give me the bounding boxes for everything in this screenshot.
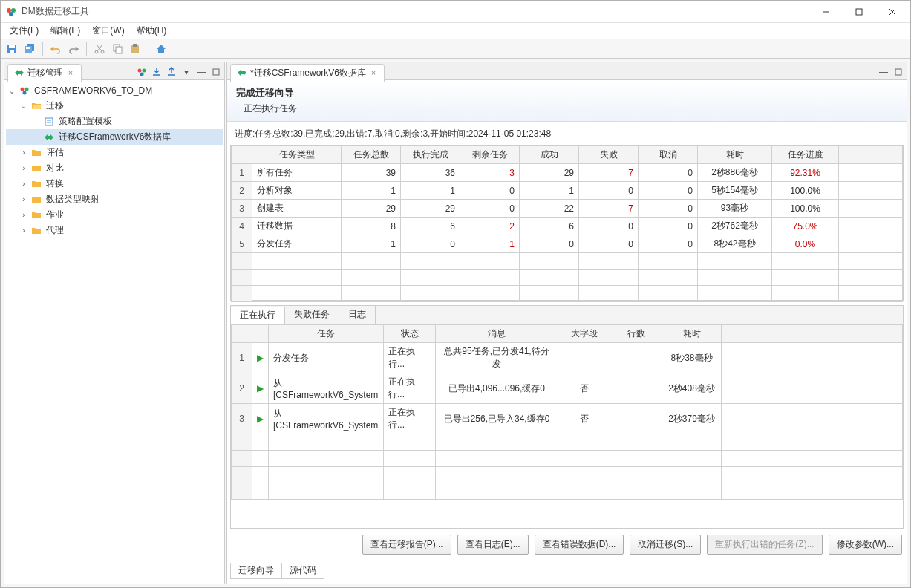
svg-point-25: [21, 88, 25, 91]
table-row[interactable]: 2▶从[CSFrameworkV6_System正在执行...已导出4,096.…: [232, 373, 903, 404]
cancel-migration-button[interactable]: 取消迁移(S)...: [630, 535, 701, 555]
menu-file[interactable]: 文件(F): [4, 23, 45, 39]
tree-node-migrate-db[interactable]: 迁移CSFrameworkV6数据库: [6, 129, 223, 145]
cell-total: 29: [342, 200, 401, 218]
expand-icon[interactable]: ›: [19, 180, 28, 189]
undo-button[interactable]: [48, 41, 64, 57]
sidebar-tab-migration-mgmt[interactable]: 迁移管理 ×: [7, 64, 82, 82]
collapse-icon[interactable]: ⌄: [19, 102, 28, 111]
close-icon[interactable]: ×: [369, 68, 378, 77]
cell-success: 22: [520, 200, 579, 218]
tab-running[interactable]: 正在执行: [231, 307, 285, 324]
table-row[interactable]: 1所有任务3936329702秒886毫秒92.31%: [232, 164, 903, 182]
folder-icon: [30, 178, 42, 190]
table-row[interactable]: 4迁移数据8626002秒762毫秒75.0%: [232, 218, 903, 235]
tree-node-root[interactable]: ⌄ CSFRAMEWORKV6_TO_DM: [6, 83, 223, 98]
cell-success: 6: [520, 218, 579, 235]
tab-failed[interactable]: 失败任务: [285, 306, 339, 324]
close-button[interactable]: [875, 1, 909, 22]
cell-rows: [610, 404, 662, 434]
view-report-button[interactable]: 查看迁移报告(P)...: [362, 535, 451, 555]
cluster-icon[interactable]: [135, 65, 148, 79]
collapse-icon[interactable]: ⌄: [7, 86, 16, 95]
minimize-button[interactable]: [809, 1, 842, 22]
paste-button[interactable]: [127, 41, 143, 57]
save-button[interactable]: [4, 41, 20, 57]
editor-tab-label: *迁移CSFrameworkV6数据库: [250, 67, 366, 79]
cell-fail: 0: [579, 218, 639, 235]
cut-button[interactable]: [91, 41, 108, 57]
save-all-button[interactable]: [22, 41, 38, 57]
menu-window[interactable]: 窗口(W): [86, 23, 130, 39]
table-header-row: 任务类型 任务总数 执行完成 剩余任务 成功 失败 取消 耗时 任务进度: [232, 146, 903, 164]
close-icon[interactable]: ×: [66, 68, 75, 77]
editor-tab-migrate-db[interactable]: *迁移CSFrameworkV6数据库 ×: [230, 64, 385, 82]
cell-task: 从[CSFrameworkV6_System: [269, 373, 384, 404]
table-row[interactable]: 2分析对象1101005秒154毫秒100.0%: [232, 182, 903, 200]
minimize-panel-icon[interactable]: ―: [877, 65, 890, 79]
app-title: DM数据迁移工具: [22, 5, 89, 18]
tree-node-type-mapping[interactable]: › 数据类型映射: [6, 192, 223, 207]
cell-empty: [722, 343, 903, 373]
maximize-button[interactable]: [842, 1, 875, 22]
toolbar-separator: [148, 42, 148, 56]
col-rownum: [232, 325, 252, 343]
tree-node-evaluate[interactable]: › 评估: [6, 145, 223, 160]
expand-icon[interactable]: ›: [19, 211, 28, 220]
cell-bigfield: [558, 343, 610, 373]
expand-icon[interactable]: ›: [19, 226, 28, 235]
expand-icon[interactable]: ›: [19, 195, 28, 204]
menu-help[interactable]: 帮助(H): [131, 23, 173, 39]
col-success: 成功: [520, 146, 579, 164]
cell-type: 迁移数据: [252, 218, 342, 235]
wizard-title: 完成迁移向导: [236, 86, 898, 99]
wizard-subtitle: 正在执行任务: [236, 99, 898, 115]
maximize-panel-icon[interactable]: [892, 65, 905, 79]
table-row[interactable]: 5分发任务1010008秒42毫秒0.0%: [232, 235, 903, 253]
table-row[interactable]: 3创建表29290227093毫秒100.0%: [232, 200, 903, 218]
view-log-button[interactable]: 查看日志(E)...: [457, 535, 529, 555]
editor-panel-actions: ―: [877, 65, 905, 79]
expand-icon[interactable]: ›: [19, 148, 28, 157]
cell-fail: 0: [579, 235, 639, 253]
tab-log[interactable]: 日志: [339, 306, 376, 324]
tree-node-agent[interactable]: › 代理: [6, 223, 223, 238]
tree-node-convert[interactable]: › 转换: [6, 176, 223, 192]
cell-rownum: 1: [232, 343, 252, 373]
tree-node-policy-template[interactable]: 策略配置模板: [6, 114, 223, 129]
copy-button[interactable]: [109, 41, 125, 57]
svg-line-15: [97, 45, 102, 51]
tree-node-jobs[interactable]: › 作业: [6, 207, 223, 223]
view-error-button[interactable]: 查看错误数据(D)...: [535, 535, 624, 555]
bottom-tab-source[interactable]: 源代码: [281, 563, 324, 579]
export-icon[interactable]: [165, 65, 178, 79]
dropdown-icon[interactable]: ▾: [180, 65, 193, 79]
expand-icon[interactable]: ›: [19, 164, 28, 173]
bottom-tab-wizard[interactable]: 迁移向导: [230, 563, 282, 579]
migration-tree[interactable]: ⌄ CSFRAMEWORKV6_TO_DM ⌄ 迁移 策略配置模板 迁移CSFr…: [4, 80, 224, 584]
col-rownum: [232, 146, 252, 164]
tree-node-migrate[interactable]: ⌄ 迁移: [6, 98, 223, 114]
cell-task: 分发任务: [269, 343, 384, 373]
menu-edit[interactable]: 编辑(E): [45, 23, 86, 39]
titlebar-left: DM数据迁移工具: [5, 5, 89, 18]
modify-params-button[interactable]: 修改参数(W)...: [829, 535, 902, 555]
toolbar-separator: [42, 42, 43, 56]
table-row[interactable]: 1▶分发任务正在执行...总共95任务,已分发41,待分发8秒38毫秒: [232, 343, 903, 373]
minimize-panel-icon[interactable]: ―: [195, 65, 208, 79]
maximize-panel-icon[interactable]: [209, 65, 223, 79]
table-row[interactable]: 3▶从[CSFrameworkV6_System正在执行...已导出256,已导…: [232, 404, 903, 434]
cell-progress: 75.0%: [772, 218, 839, 235]
table-header-row: 任务 状态 消息 大字段 行数 耗时: [232, 325, 903, 343]
cell-elapsed: 2秒408毫秒: [662, 373, 722, 404]
tree-label: 迁移CSFrameworkV6数据库: [57, 131, 171, 143]
tree-label: 转换: [45, 177, 64, 190]
cell-cancel: 0: [639, 235, 698, 253]
home-button[interactable]: [153, 41, 169, 57]
main-area: 迁移管理 × ▾ ― ⌄ CSFRAMEWORKV6_TO_DM: [1, 59, 910, 587]
redo-button[interactable]: [65, 41, 82, 57]
folder-icon: [30, 225, 42, 237]
svg-rect-9: [10, 50, 14, 53]
import-icon[interactable]: [150, 65, 163, 79]
tree-node-compare[interactable]: › 对比: [6, 160, 223, 176]
